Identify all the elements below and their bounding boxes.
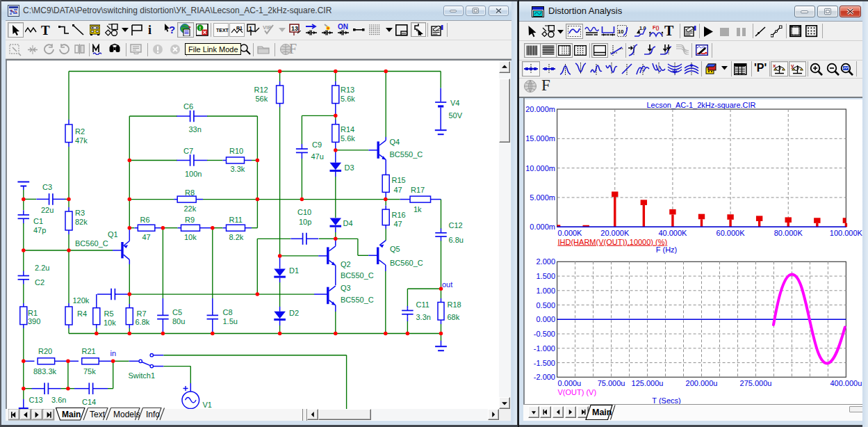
svg-text:D2: D2 xyxy=(289,309,299,317)
svg-text:-1.000: -1.000 xyxy=(534,344,555,353)
svg-text:200.000u: 200.000u xyxy=(686,379,718,387)
svg-text:R18: R18 xyxy=(448,300,461,309)
svg-text:R15: R15 xyxy=(392,176,406,184)
svg-text:3.3n: 3.3n xyxy=(416,313,431,321)
svg-text:82k: 82k xyxy=(75,218,88,226)
svg-text:-1.500: -1.500 xyxy=(534,359,555,367)
svg-text:C12: C12 xyxy=(449,221,463,229)
svg-text:R11: R11 xyxy=(229,216,243,224)
svg-text:275.000u: 275.000u xyxy=(740,379,772,387)
svg-text:10p: 10p xyxy=(299,218,311,226)
svg-text:C11: C11 xyxy=(416,300,429,309)
svg-text:Main: Main xyxy=(592,408,612,417)
svg-text:C8: C8 xyxy=(223,308,233,316)
svg-text:R9: R9 xyxy=(185,216,195,224)
svg-text:13: 13 xyxy=(291,25,298,32)
svg-text:R16: R16 xyxy=(392,211,406,219)
svg-text:10k: 10k xyxy=(184,233,197,241)
svg-text:50V: 50V xyxy=(449,111,463,120)
svg-text:F(): F() xyxy=(653,24,660,31)
svg-text:100.000K: 100.000K xyxy=(830,229,863,237)
svg-text:BC550_C: BC550_C xyxy=(341,271,374,280)
svg-text:BC550_C: BC550_C xyxy=(390,150,423,159)
svg-text:C1: C1 xyxy=(33,217,43,225)
svg-text:BC560_C: BC560_C xyxy=(75,239,108,248)
svg-text:R17: R17 xyxy=(411,186,425,194)
svg-text:R10: R10 xyxy=(229,147,243,155)
svg-text:56k: 56k xyxy=(256,95,268,103)
svg-text:1.5u: 1.5u xyxy=(223,317,238,325)
svg-text:D4: D4 xyxy=(343,219,353,227)
svg-text:?: ? xyxy=(169,24,175,35)
svg-text:120k: 120k xyxy=(73,296,90,305)
svg-text:BC550_C: BC550_C xyxy=(341,296,374,304)
svg-text:Q3: Q3 xyxy=(341,284,351,292)
svg-text:C14: C14 xyxy=(82,398,96,406)
svg-text:390: 390 xyxy=(28,317,40,325)
svg-text:C7: C7 xyxy=(183,147,193,155)
svg-text:100n: 100n xyxy=(185,170,202,178)
svg-text:10k: 10k xyxy=(104,319,116,327)
svg-text:10: 10 xyxy=(618,29,623,35)
svg-text:400.000u: 400.000u xyxy=(830,379,862,387)
svg-text:Info: Info xyxy=(146,410,160,419)
svg-text:Q2: Q2 xyxy=(341,260,351,268)
svg-text:F (Hz): F (Hz) xyxy=(656,245,678,254)
svg-text:80u: 80u xyxy=(172,317,185,325)
svg-text:-2.000: -2.000 xyxy=(534,373,555,381)
svg-text:22u: 22u xyxy=(41,206,54,214)
svg-text:33n: 33n xyxy=(189,125,202,134)
svg-text:22k: 22k xyxy=(184,204,197,213)
svg-text:0.000m: 0.000m xyxy=(530,223,555,231)
svg-text:Main: Main xyxy=(62,410,81,419)
svg-text:0.000u: 0.000u xyxy=(558,379,582,387)
svg-text:R8: R8 xyxy=(185,188,195,197)
svg-text:R4: R4 xyxy=(77,309,87,318)
svg-text:6.8k: 6.8k xyxy=(136,318,150,326)
svg-text:1k: 1k xyxy=(413,205,422,214)
svg-text:10.000m: 10.000m xyxy=(525,164,555,172)
svg-text:75.000u: 75.000u xyxy=(598,379,625,387)
svg-text:60.000K: 60.000K xyxy=(716,229,746,237)
svg-text:C2: C2 xyxy=(35,278,44,287)
svg-text:1.000: 1.000 xyxy=(536,287,555,295)
svg-text:R20: R20 xyxy=(38,347,52,355)
svg-text:V4: V4 xyxy=(450,99,459,107)
svg-text:125.000u: 125.000u xyxy=(632,379,664,387)
svg-text:Models: Models xyxy=(113,410,140,419)
svg-text:R3: R3 xyxy=(75,209,85,217)
svg-text:6.8u: 6.8u xyxy=(449,236,464,244)
svg-text:out: out xyxy=(442,280,452,289)
svg-text:47: 47 xyxy=(394,220,402,228)
svg-text:1.500: 1.500 xyxy=(536,272,555,280)
svg-text:IHD(HARM(V(OUT)),10000) (%): IHD(HARM(V(OUT)),10000) (%) xyxy=(558,238,668,246)
svg-text:C6: C6 xyxy=(183,102,193,111)
svg-text:47k: 47k xyxy=(75,136,88,145)
svg-text:C10: C10 xyxy=(297,208,311,216)
svg-text:T (Secs): T (Secs) xyxy=(652,396,680,405)
svg-text:R13: R13 xyxy=(341,86,354,94)
svg-text:68k: 68k xyxy=(448,313,460,321)
svg-text:0.000K: 0.000K xyxy=(558,229,583,237)
svg-text:R1: R1 xyxy=(28,309,38,317)
svg-text:in: in xyxy=(110,349,117,357)
svg-text:C3: C3 xyxy=(42,183,52,191)
svg-text:8.2k: 8.2k xyxy=(229,233,244,241)
svg-text:15.000m: 15.000m xyxy=(525,134,555,143)
svg-text:R21: R21 xyxy=(82,347,96,355)
svg-text:Switch1: Switch1 xyxy=(129,371,156,380)
svg-text:Lecson_AC-1_2kHz-square.CIR: Lecson_AC-1_2kHz-square.CIR xyxy=(646,101,755,109)
svg-text:Q1: Q1 xyxy=(108,230,118,239)
svg-text:D3: D3 xyxy=(345,163,354,172)
svg-text:R2: R2 xyxy=(75,127,85,136)
svg-text:R14: R14 xyxy=(341,125,354,134)
svg-text:C9: C9 xyxy=(312,140,322,149)
svg-text:47u: 47u xyxy=(311,152,324,161)
svg-text:80.000K: 80.000K xyxy=(774,229,803,237)
svg-text:1: 1 xyxy=(249,25,252,32)
svg-text:5.000m: 5.000m xyxy=(530,193,555,202)
svg-text:47: 47 xyxy=(394,186,402,194)
svg-text:2.000: 2.000 xyxy=(536,257,555,266)
svg-text:20.000m: 20.000m xyxy=(525,105,555,113)
svg-text:883.3k: 883.3k xyxy=(33,367,57,376)
